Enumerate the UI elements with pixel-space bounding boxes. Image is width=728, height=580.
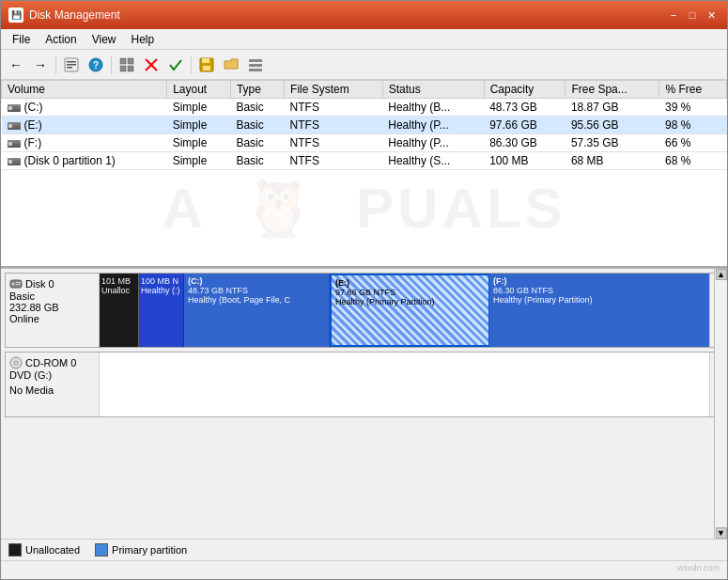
delete-button[interactable] xyxy=(140,54,163,76)
svg-rect-8 xyxy=(120,66,126,71)
vol-layout: Simple xyxy=(167,152,231,170)
volume-table: Volume Layout Type File System Status Ca… xyxy=(1,80,727,268)
table-row[interactable]: (Disk 0 partition 1) Simple Basic NTFS H… xyxy=(2,152,727,170)
vol-pct: 98 % xyxy=(659,117,727,134)
vol-icon xyxy=(8,158,21,165)
watermark-area: A 🦉 PUALS xyxy=(1,170,727,245)
title-bar: 💾 Disk Management − □ ✕ xyxy=(1,1,727,29)
vol-status: Healthy (P... xyxy=(382,134,484,152)
table-row[interactable]: (F:) Simple Basic NTFS Healthy (P... 86.… xyxy=(2,134,727,152)
watermark-site: wsxdn.com xyxy=(677,563,720,572)
title-buttons: − □ ✕ xyxy=(665,8,720,23)
partition-status: Healthy (Boot, Page File, C xyxy=(188,295,325,305)
partition-name: (F:) xyxy=(493,276,705,286)
list-button[interactable] xyxy=(244,54,267,76)
svg-rect-17 xyxy=(249,69,262,71)
svg-rect-13 xyxy=(202,58,209,63)
partition-status: Healthy (Primary Partition) xyxy=(335,297,485,306)
close-button[interactable]: ✕ xyxy=(703,8,720,23)
vol-free: 95.56 GB xyxy=(565,117,659,134)
disk0-label: Disk 0 Basic 232.88 GB Online xyxy=(6,274,100,347)
menu-file[interactable]: File xyxy=(5,31,38,48)
cdrom-name: CD-ROM 0 xyxy=(25,357,76,368)
partition-c[interactable]: (C:) 48.73 GB NTFS Healthy (Boot, Page F… xyxy=(184,274,330,347)
partition-detail: 97.66 GB NTFS xyxy=(335,288,485,297)
toolbar: ← → ? xyxy=(1,50,727,80)
toolbar-separator-1 xyxy=(55,55,56,74)
cdrom-icon xyxy=(9,356,23,369)
vol-layout: Simple xyxy=(167,117,231,134)
vol-name: (C:) xyxy=(2,99,167,117)
save-button[interactable] xyxy=(195,54,218,76)
vol-fs: NTFS xyxy=(285,99,383,117)
svg-rect-3 xyxy=(67,67,72,69)
table-row[interactable]: (C:) Simple Basic NTFS Healthy (B... 48.… xyxy=(2,99,727,117)
svg-rect-7 xyxy=(128,58,133,64)
vol-free: 68 MB xyxy=(565,152,659,170)
status-bar: wsxdn.com xyxy=(1,560,727,579)
menu-view[interactable]: View xyxy=(85,31,124,48)
svg-text:?: ? xyxy=(93,60,99,71)
svg-rect-1 xyxy=(67,61,76,63)
col-type: Type xyxy=(230,81,284,99)
legend-primary-label: Primary partition xyxy=(112,544,187,556)
svg-rect-16 xyxy=(249,64,262,67)
svg-rect-15 xyxy=(249,59,262,62)
col-volume: Volume xyxy=(2,81,167,99)
partition-detail: 48.73 GB NTFS xyxy=(188,286,325,295)
vol-type: Basic xyxy=(230,117,284,134)
disk0-state: Online xyxy=(9,313,95,324)
vol-free: 18.87 GB xyxy=(565,99,659,117)
svg-rect-2 xyxy=(67,64,76,66)
window-title: Disk Management xyxy=(29,8,120,22)
maximize-button[interactable]: □ xyxy=(684,8,701,23)
col-pct-free: % Free xyxy=(659,81,727,99)
menu-bar: File Action View Help xyxy=(1,29,727,50)
svg-rect-14 xyxy=(203,66,210,71)
properties-button[interactable] xyxy=(60,54,83,76)
col-capacity: Capacity xyxy=(484,81,565,99)
svg-point-19 xyxy=(12,283,15,286)
partition-label: Unalloc xyxy=(101,286,136,295)
vol-fs: NTFS xyxy=(285,117,383,134)
col-free-space: Free Spa... xyxy=(565,81,659,99)
vol-name: (E:) xyxy=(2,117,167,134)
vol-fs: NTFS xyxy=(285,134,383,152)
vol-status: Healthy (S... xyxy=(382,152,484,170)
help-button[interactable]: ? xyxy=(85,54,107,76)
legend-primary: Primary partition xyxy=(95,543,187,556)
vol-capacity: 97.66 GB xyxy=(484,117,565,134)
partition-size: 100 MB N xyxy=(141,276,181,286)
partition-detail: 86.30 GB NTFS xyxy=(493,286,705,295)
table-row[interactable]: (E:) Simple Basic NTFS Healthy (P... 97.… xyxy=(2,117,727,134)
window-icon: 💾 xyxy=(8,8,23,23)
menu-help[interactable]: Help xyxy=(124,31,163,48)
menu-action[interactable]: Action xyxy=(38,31,84,48)
forward-button[interactable]: → xyxy=(29,54,52,76)
legend-unalloc-label: Unallocated xyxy=(25,544,80,556)
vol-free: 57.35 GB xyxy=(565,134,659,152)
disk-panel: Disk 0 Basic 232.88 GB Online 101 MB Una… xyxy=(1,268,727,539)
partition-unalloc[interactable]: 101 MB Unalloc xyxy=(100,274,139,347)
back-button[interactable]: ← xyxy=(5,54,27,76)
minimize-button[interactable]: − xyxy=(665,8,682,23)
grid-button[interactable] xyxy=(116,54,138,76)
vol-layout: Simple xyxy=(167,99,231,117)
cdrom-state: No Media xyxy=(9,384,95,396)
vol-pct: 68 % xyxy=(659,152,727,170)
vertical-scrollbar[interactable]: ▲ ▼ xyxy=(714,269,727,539)
disk-icon xyxy=(9,277,23,290)
checkmark-button[interactable] xyxy=(164,54,187,76)
partition-system[interactable]: 100 MB N Healthy (:) xyxy=(139,274,184,347)
legend-primary-swatch xyxy=(95,543,108,556)
vol-pct: 66 % xyxy=(659,134,727,152)
vol-icon xyxy=(8,140,21,148)
folder-button[interactable] xyxy=(220,54,242,76)
scroll-up-button[interactable]: ▲ xyxy=(716,269,727,280)
scroll-down-button[interactable]: ▼ xyxy=(716,527,727,539)
cdrom-type: DVD (G:) xyxy=(9,369,95,381)
vol-type: Basic xyxy=(230,134,284,152)
partition-e[interactable]: (E:) 97.66 GB NTFS Healthy (Primary Part… xyxy=(330,274,489,347)
disk0-type: Basic xyxy=(9,290,95,302)
partition-f[interactable]: (F:) 86.30 GB NTFS Healthy (Primary Part… xyxy=(489,274,709,347)
